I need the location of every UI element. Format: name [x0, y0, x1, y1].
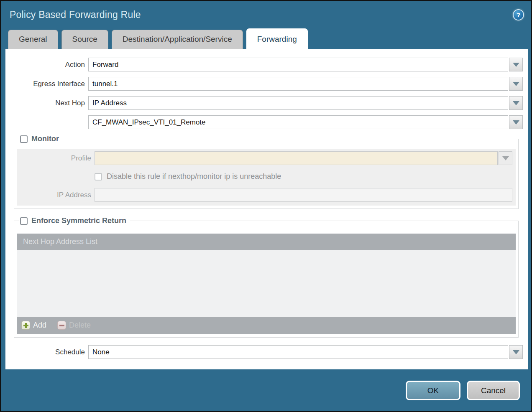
ip-address-input — [95, 188, 512, 202]
cancel-button[interactable]: Cancel — [467, 381, 520, 400]
monitor-checkbox[interactable] — [20, 135, 28, 143]
disable-rule-checkbox — [95, 173, 102, 181]
add-button-label: Add — [33, 321, 46, 330]
enforce-symmetric-return-checkbox[interactable] — [20, 217, 28, 225]
monitor-profile-row: Profile — [17, 151, 512, 165]
chevron-down-icon — [513, 63, 519, 67]
monitor-disabled-area: Profile Disable this rule if nexthop/mon… — [17, 149, 516, 206]
profile-label: Profile — [17, 154, 95, 163]
minus-icon — [57, 321, 66, 330]
monitor-section: Monitor Profile Disable this rule if nex… — [14, 135, 519, 209]
enforce-symmetric-return-legend-label: Enforce Symmetric Return — [31, 216, 126, 225]
next-hop-type-dropdown-button[interactable] — [509, 96, 523, 110]
help-icon[interactable]: ? — [513, 9, 524, 20]
next-hop-address-dropdown-button[interactable] — [509, 115, 523, 129]
egress-interface-dropdown[interactable]: tunnel.1 — [88, 77, 508, 91]
enforce-symmetric-return-legend: Enforce Symmetric Return — [19, 216, 130, 225]
chevron-down-icon — [513, 120, 519, 125]
disable-rule-label: Disable this rule if nexthop/monitor ip … — [107, 172, 281, 181]
monitor-ip-address-row: IP Address — [17, 188, 512, 202]
enforce-symmetric-return-section: Enforce Symmetric Return Next Hop Addres… — [14, 216, 519, 338]
next-hop-label: Next Hop — [5, 99, 88, 107]
schedule-dropdown[interactable]: None — [88, 345, 508, 359]
next-hop-address-table-header: Next Hop Address List — [17, 234, 516, 250]
egress-interface-row: Egress Interface tunnel.1 — [5, 77, 523, 91]
chevron-down-icon — [513, 350, 519, 354]
chevron-down-icon — [513, 101, 519, 105]
dialog-titlebar: Policy Based Forwarding Rule ? — [1, 1, 531, 28]
schedule-row: Schedule None — [5, 345, 523, 359]
action-row: Action Forward — [5, 58, 523, 71]
dialog-title: Policy Based Forwarding Rule — [10, 9, 141, 20]
next-hop-address-dropdown[interactable]: CF_MWAN_IPsec_VTI_01_Remote — [88, 115, 508, 129]
profile-dropdown — [95, 151, 498, 165]
schedule-dropdown-button[interactable] — [509, 345, 523, 359]
tab-destination-application-service[interactable]: Destination/Application/Service — [112, 30, 243, 49]
tab-general[interactable]: General — [8, 30, 58, 49]
tab-bar: General Source Destination/Application/S… — [1, 28, 531, 49]
egress-interface-dropdown-button[interactable] — [509, 77, 523, 91]
next-hop-address-table-body[interactable] — [17, 250, 516, 317]
chevron-down-icon — [513, 82, 519, 86]
chevron-down-icon — [502, 156, 509, 160]
forwarding-tab-panel: Action Forward Egress Interface tunnel.1… — [5, 49, 528, 369]
delete-button-label: Delete — [69, 321, 91, 330]
action-label: Action — [5, 61, 88, 69]
next-hop-type-dropdown[interactable]: IP Address — [88, 96, 508, 110]
ip-address-label: IP Address — [17, 191, 95, 199]
dialog-footer: OK Cancel — [406, 381, 520, 400]
plus-icon — [21, 321, 30, 330]
schedule-label: Schedule — [5, 348, 88, 356]
next-hop-address-table: Next Hop Address List Add Delete — [17, 234, 516, 334]
next-hop-address-table-footer: Add Delete — [17, 317, 516, 334]
next-hop-row: Next Hop IP Address — [5, 96, 523, 110]
action-dropdown[interactable]: Forward — [88, 58, 508, 71]
action-dropdown-button[interactable] — [509, 58, 523, 71]
egress-interface-label: Egress Interface — [5, 80, 88, 88]
monitor-legend-label: Monitor — [31, 135, 59, 143]
ok-button[interactable]: OK — [406, 381, 460, 400]
tab-forwarding[interactable]: Forwarding — [246, 28, 308, 49]
tab-source[interactable]: Source — [61, 30, 108, 49]
profile-dropdown-button — [499, 151, 512, 165]
next-hop-address-row: CF_MWAN_IPsec_VTI_01_Remote — [5, 115, 523, 129]
delete-button: Delete — [57, 321, 91, 330]
monitor-legend: Monitor — [19, 135, 62, 143]
monitor-disable-rule-row: Disable this rule if nexthop/monitor ip … — [17, 172, 512, 181]
add-button[interactable]: Add — [21, 321, 46, 330]
